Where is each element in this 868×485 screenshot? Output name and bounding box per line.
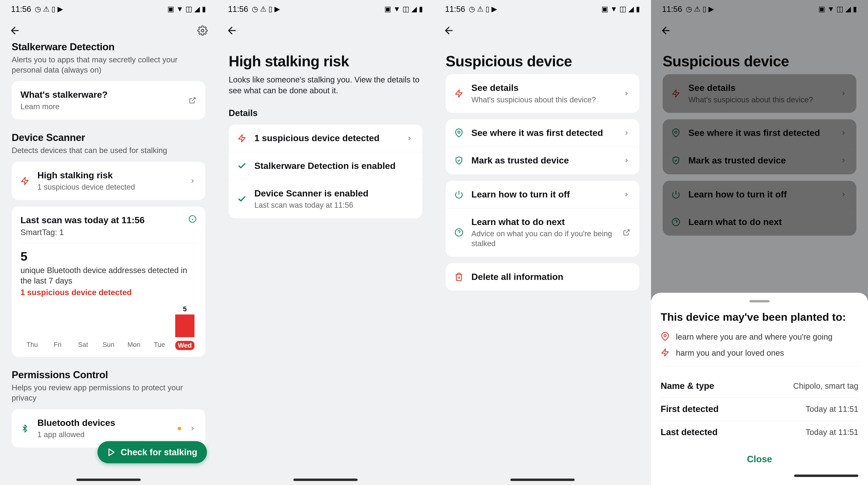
status-time: 11:56 xyxy=(11,5,31,14)
phone-icon: ▯ xyxy=(486,5,490,13)
first-detected-item[interactable]: See where it was first detected xyxy=(446,119,639,147)
see-details-sub: What's suspicious about this device? xyxy=(471,95,615,105)
lightning-icon xyxy=(237,133,247,144)
whats-stalkerware-item[interactable]: What's stalkerware? Learn more xyxy=(12,81,205,120)
weekly-chart: 5 ThuFriSatSunMonTueWed xyxy=(21,305,196,351)
bar-value: 5 xyxy=(183,305,187,313)
section-scanner-title: Device Scanner xyxy=(12,132,205,143)
back-button[interactable] xyxy=(8,24,21,37)
detail-item-sub: Last scan was today at 11:56 xyxy=(254,200,413,210)
status-bar: 11:56 ◷ ⚠ ▯ ▶ ▣ ▼ ◫ ◢ ▮ xyxy=(0,0,217,18)
signal-icon: ◢ xyxy=(194,5,200,13)
check-icon xyxy=(237,194,247,204)
warning-icon: ⚠ xyxy=(43,5,50,13)
fab-label: Check for stalking xyxy=(121,447,197,457)
nav-handle[interactable] xyxy=(76,479,141,481)
status-bar: 11:56 ◷ ⚠ ▯ ▶ ▣ ▼ ◫ ◢ ▮ xyxy=(217,0,434,18)
data-icon: ◫ xyxy=(402,5,409,13)
turn-off-item[interactable]: Learn how to turn it off xyxy=(446,181,639,208)
wifi-icon: ▼ xyxy=(176,5,183,13)
back-button[interactable] xyxy=(659,24,672,37)
see-details-item[interactable]: See details What's suspicious about this… xyxy=(446,74,639,113)
pin-icon xyxy=(671,128,681,138)
phone-icon: ▯ xyxy=(52,5,56,13)
wifi-icon: ▼ xyxy=(393,5,400,13)
chart-label: Tue xyxy=(150,341,169,350)
data-icon: ◫ xyxy=(619,5,626,13)
delete-title: Delete all information xyxy=(471,271,630,283)
svg-marker-22 xyxy=(662,349,669,356)
see-details-item[interactable]: See details What's suspicious about this… xyxy=(663,74,856,113)
chevron-right-icon xyxy=(188,425,196,432)
settings-button[interactable] xyxy=(196,25,209,37)
data-icon: ◫ xyxy=(836,5,843,13)
page-title: Suspicious device xyxy=(663,53,856,69)
section-stalkerware-title: Stalkerware Detection xyxy=(12,41,205,53)
chart-bar xyxy=(150,305,169,337)
signal-icon: ◢ xyxy=(411,5,417,13)
see-details-title: See details xyxy=(688,82,832,93)
chart-label: Wed xyxy=(175,341,194,350)
detail-suspicious-device[interactable]: 1 suspicious device detected xyxy=(229,124,422,152)
high-risk-item[interactable]: High stalking risk 1 suspicious device d… xyxy=(12,162,205,200)
svg-line-1 xyxy=(192,98,195,101)
delete-item[interactable]: Delete all information xyxy=(446,263,639,290)
trusted-title: Mark as trusted device xyxy=(688,155,832,166)
sheet-handle[interactable] xyxy=(749,300,770,303)
nav-handle[interactable] xyxy=(794,475,858,477)
youtube-icon: ▶ xyxy=(492,5,497,13)
sheet-close-button[interactable]: Close xyxy=(661,444,858,470)
do-next-item[interactable]: Learn what to do next xyxy=(663,208,856,236)
svg-marker-7 xyxy=(239,135,245,142)
do-next-item[interactable]: Learn what to do next Advice on what you… xyxy=(446,208,639,257)
power-icon xyxy=(454,189,464,200)
scan-tag: SmartTag: 1 xyxy=(21,228,196,237)
svg-marker-16 xyxy=(673,90,679,97)
first-detected-item[interactable]: See where it was first detected xyxy=(663,119,856,147)
sheet-bullet: learn where you are and where you're goi… xyxy=(661,332,858,342)
shield-check-icon xyxy=(454,155,464,166)
detail-item-title: Device Scanner is enabled xyxy=(254,188,413,199)
warning-icon: ⚠ xyxy=(694,5,701,13)
trusted-item[interactable]: Mark as trusted device xyxy=(663,147,856,174)
nav-handle[interactable] xyxy=(510,479,575,481)
sheet-key: Name & type xyxy=(661,381,714,391)
chevron-right-icon xyxy=(839,156,847,165)
status-bar: 11:56 ◷ ⚠ ▯ ▶ ▣ ▼ ◫ ◢ ▮ xyxy=(651,0,868,18)
chart-label: Sat xyxy=(73,341,93,350)
bluetooth-title: Bluetooth devices xyxy=(37,417,170,428)
sheet-row: Last detectedToday at 11:51 xyxy=(661,421,858,444)
pin-icon xyxy=(454,128,464,138)
check-stalking-fab[interactable]: Check for stalking xyxy=(97,441,207,463)
lightning-icon xyxy=(661,348,670,357)
chart-bar xyxy=(124,305,144,337)
back-button[interactable] xyxy=(442,24,455,37)
trash-icon xyxy=(454,272,464,282)
turn-off-title: Learn how to turn it off xyxy=(688,189,832,200)
lightning-icon xyxy=(20,176,30,186)
bullet-text: harm you and your loved ones xyxy=(676,348,784,358)
chart-label: Thu xyxy=(23,341,42,350)
nfc-icon: ▣ xyxy=(818,5,825,13)
section-stalkerware-desc: Alerts you to apps that may secretly col… xyxy=(12,55,205,75)
help-icon xyxy=(454,227,464,238)
lightning-icon xyxy=(454,88,464,99)
battery-icon: ▮ xyxy=(419,5,423,13)
trusted-item[interactable]: Mark as trusted device xyxy=(446,147,639,174)
info-icon[interactable] xyxy=(188,215,196,224)
svg-marker-2 xyxy=(22,177,28,184)
sheet-row: Name & typeChipolo, smart tag xyxy=(661,374,858,397)
screen-suspicious-device-sheet: 11:56 ◷ ⚠ ▯ ▶ ▣ ▼ ◫ ◢ ▮ Suspicious devic… xyxy=(651,0,868,485)
nav-handle[interactable] xyxy=(293,479,358,481)
chevron-right-icon xyxy=(622,156,630,165)
wifi-icon: ▼ xyxy=(827,5,834,13)
back-button[interactable] xyxy=(225,24,238,37)
warning-dot-icon xyxy=(178,427,181,430)
detail-item-title: Stalkerware Detection is enabled xyxy=(254,160,413,172)
status-time: 11:56 xyxy=(662,5,682,14)
sheet-row: First detectedToday at 11:51 xyxy=(661,397,858,421)
battery-icon: ▮ xyxy=(636,5,640,13)
first-detected-title: See where it was first detected xyxy=(688,127,832,139)
turn-off-item[interactable]: Learn how to turn it off xyxy=(663,181,856,208)
youtube-icon: ▶ xyxy=(709,5,714,13)
